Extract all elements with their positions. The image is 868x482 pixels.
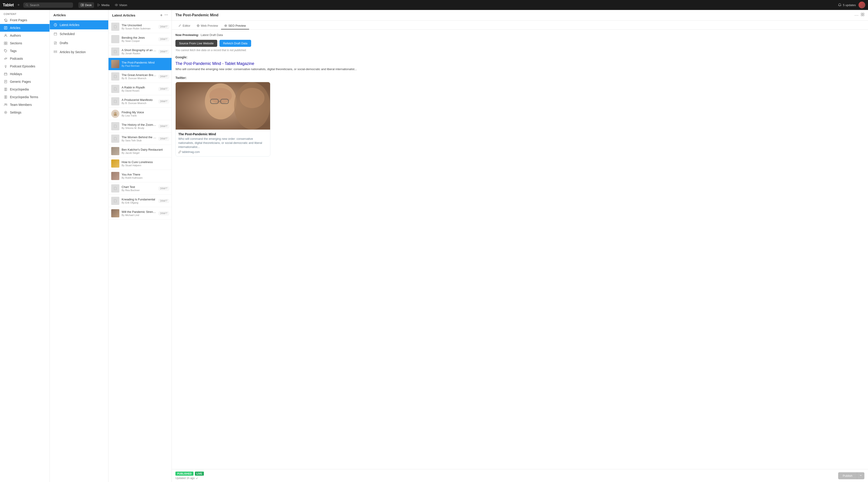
nav-vision[interactable]: Vision — [113, 2, 129, 8]
article-title: Kneading Is Fundamental — [122, 198, 156, 201]
latest-articles-header: Latest Articles + ⋯ — [108, 10, 172, 21]
sidebar-item-articles[interactable]: Articles — [0, 24, 50, 32]
article-author: By B. Duncan Moench — [122, 77, 156, 80]
tab-web-preview[interactable]: Web Preview — [193, 22, 221, 29]
latest-articles-title: Latest Articles — [112, 13, 135, 17]
sidebar-item-front-pages[interactable]: Front Pages — [0, 16, 50, 24]
article-item-info: You Are There By Rokhl Kafrissen — [122, 173, 169, 179]
add-button[interactable]: + — [18, 3, 20, 7]
sidebar-label-front-pages: Front Pages — [10, 18, 27, 22]
article-item[interactable]: A Rabbi in Riyadh By David Rosen DRAFT — [108, 83, 172, 95]
article-thumbnail — [111, 72, 119, 81]
article-item[interactable]: How to Cure Loneliness By Stuart Halpern — [108, 157, 172, 170]
sidebar-item-settings[interactable]: Settings — [0, 109, 50, 116]
article-item[interactable]: Bending the Jews By Sean Cooper DRAFT — [108, 33, 172, 46]
article-author: By Rea Bochner — [122, 189, 156, 191]
sidebar-item-sections[interactable]: Sections — [0, 39, 50, 47]
article-title: The Women Behind the Masks — [122, 135, 156, 139]
article-item[interactable]: Finding My Voice By Lisa Trank — [108, 108, 172, 120]
article-item[interactable]: Kneading Is Fundamental By Erik Ofgang D… — [108, 195, 172, 207]
nav-media[interactable]: Media — [95, 2, 112, 8]
tab-editor[interactable]: Editor — [176, 22, 193, 29]
google-preview-link[interactable]: The Post-Pandemic Mind - Tablet Magazine — [176, 61, 864, 66]
web-preview-icon — [197, 24, 199, 27]
article-item[interactable]: The Great American Break-Up By B. Duncan… — [108, 70, 172, 83]
sidebar-item-encyclopedia-terms[interactable]: Encyclopedia Terms — [0, 93, 50, 101]
latest-icon — [53, 23, 57, 27]
nav-scheduled[interactable]: Scheduled — [50, 29, 108, 38]
expand-icon[interactable] — [861, 13, 864, 18]
article-item[interactable]: The Women Behind the Masks By Sara Toth … — [108, 132, 172, 145]
preview-bar: Now Previewing: Latest Draft Data — [176, 33, 864, 37]
source-from-live-button[interactable]: Source From Live Website — [176, 40, 217, 47]
article-item-info: Will the Pandemic Strengthe... By Michae… — [122, 210, 156, 216]
sidebar-item-tags[interactable]: Tags — [0, 47, 50, 55]
article-item[interactable]: The History of the Zoom Dile... By Shlom… — [108, 120, 172, 132]
encyclopedia-icon — [4, 87, 8, 91]
latest-articles-panel: Latest Articles + ⋯ The Uncounted By Sus… — [108, 10, 172, 482]
article-title: Chart Test — [122, 185, 156, 189]
article-item[interactable]: Chart Test By Rea Bochner DRAFT — [108, 182, 172, 195]
article-item[interactable]: A Producerist Manifesto By B. Duncan Moe… — [108, 95, 172, 108]
sidebar-item-holidays[interactable]: Holidays — [0, 70, 50, 78]
article-thumbnail — [111, 35, 119, 43]
nav-drafts[interactable]: Drafts — [50, 38, 108, 48]
detail-title: The Post-Pandemic Mind — [176, 13, 218, 17]
article-item-info: How to Cure Loneliness By Stuart Halpern — [122, 160, 169, 167]
nav-latest-articles[interactable]: Latest Articles — [50, 20, 108, 29]
more-options-icon[interactable]: ⋯ — [164, 13, 168, 17]
publish-dropdown-button[interactable] — [857, 472, 864, 479]
nav-articles-by-section[interactable]: Articles by Section — [50, 48, 108, 57]
article-item[interactable]: A Short Biography of an Ame... By Jonah … — [108, 46, 172, 58]
sidebar-item-podcasts[interactable]: Podcasts — [0, 55, 50, 62]
article-thumbnail — [111, 97, 119, 106]
article-item[interactable]: Ben Katchor's Dairy Restaurant By Jacob … — [108, 145, 172, 157]
article-author: By Jonah Raskin — [122, 52, 156, 55]
status-badges: PUBLISHED LIVE — [176, 472, 204, 476]
twitter-card-title: The Post-Pandemic Mind — [178, 132, 268, 136]
sidebar-label-encyclopedia-terms: Encyclopedia Terms — [10, 95, 38, 99]
refetch-draft-button[interactable]: Refetch Draft Data — [219, 40, 251, 47]
tab-seo-preview[interactable]: SEO Preview — [221, 22, 249, 29]
article-item[interactable]: The Uncounted By Susan Rubin Suleiman DR… — [108, 21, 172, 33]
article-author: By Paul Berman — [122, 64, 169, 67]
article-author: By Sara Toth Stub — [122, 139, 156, 142]
article-item-info: Bending the Jews By Sean Cooper — [122, 36, 156, 42]
vision-icon — [115, 3, 118, 6]
article-item[interactable]: You Are There By Rokhl Kafrissen — [108, 170, 172, 182]
more-actions-icon[interactable]: ⋯ — [855, 13, 859, 18]
sidebar: Content Front Pages Articles Authors Sec… — [0, 10, 50, 482]
twitter-preview-section: Twitter: — [176, 76, 864, 157]
sidebar-item-authors[interactable]: Authors — [0, 32, 50, 39]
updates-button[interactable]: 5 updates — [838, 3, 856, 7]
svg-point-32 — [6, 104, 7, 105]
user-avatar[interactable] — [859, 2, 865, 8]
sidebar-item-generic-pages[interactable]: Generic Pages — [0, 78, 50, 86]
notice-text: You cannot fetch live data on a record t… — [176, 49, 864, 52]
sidebar-item-team-members[interactable]: Team Members — [0, 101, 50, 109]
detail-header: The Post-Pandemic Mind ⋯ — [172, 10, 868, 21]
article-thumbnail — [111, 147, 119, 155]
seo-preview-icon — [224, 24, 227, 27]
detail-header-actions: ⋯ — [855, 13, 864, 18]
twitter-label: Twitter: — [176, 76, 864, 80]
sidebar-label-encyclopedia: Encyclopedia — [10, 88, 29, 91]
detail-tabs: Editor Web Preview SEO Preview — [172, 21, 868, 30]
article-item-info: The History of the Zoom Dile... By Shlom… — [122, 123, 156, 129]
svg-point-62 — [240, 88, 265, 108]
nav-desk[interactable]: Desk — [79, 2, 94, 8]
article-item-info: Kneading Is Fundamental By Erik Ofgang — [122, 198, 156, 204]
publish-button[interactable]: Publish — [838, 472, 857, 479]
article-item-post-pandemic[interactable]: The Post-Pandemic Mind By Paul Berman — [108, 58, 172, 70]
article-author: By Sean Cooper — [122, 39, 156, 42]
article-item-info: Ben Katchor's Dairy Restaurant By Jacob … — [122, 148, 169, 154]
sidebar-item-encyclopedia[interactable]: Encyclopedia — [0, 86, 50, 93]
check-icon — [195, 477, 198, 480]
add-article-icon[interactable]: + — [160, 13, 162, 17]
article-item[interactable]: Will the Pandemic Strengthe... By Michae… — [108, 207, 172, 220]
sidebar-item-podcast-episodes[interactable]: Podcast Episodes — [0, 62, 50, 70]
search-bar[interactable]: Search — [23, 2, 73, 8]
updates-count: 5 updates — [843, 3, 856, 7]
draft-badge: DRAFT — [159, 187, 169, 190]
svg-point-7 — [116, 4, 117, 5]
